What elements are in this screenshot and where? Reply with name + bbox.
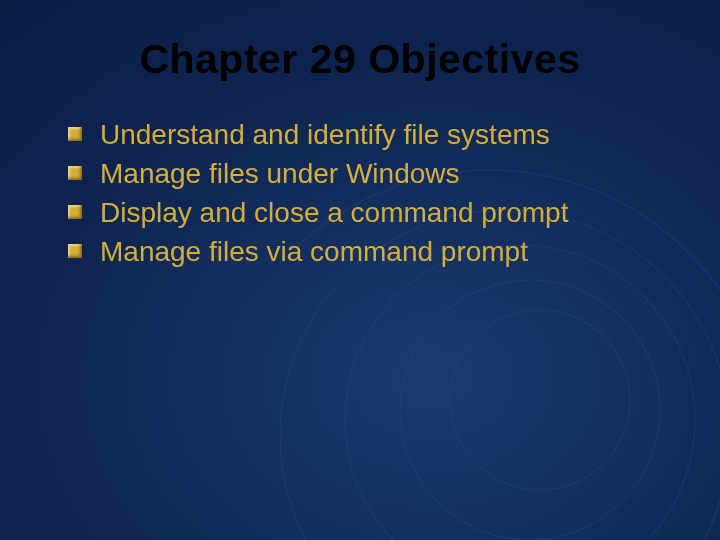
square-bullet-icon — [68, 244, 82, 258]
square-bullet-icon — [68, 166, 82, 180]
bullet-text: Manage files via command prompt — [100, 234, 528, 269]
slide-title: Chapter 29 Objectives — [60, 36, 660, 83]
square-bullet-icon — [68, 127, 82, 141]
bullet-text: Display and close a command prompt — [100, 195, 568, 230]
list-item: Understand and identify file systems — [68, 117, 660, 152]
list-item: Manage files under Windows — [68, 156, 660, 191]
bullet-text: Manage files under Windows — [100, 156, 460, 191]
list-item: Manage files via command prompt — [68, 234, 660, 269]
bullet-text: Understand and identify file systems — [100, 117, 550, 152]
slide-content: Chapter 29 Objectives Understand and ide… — [0, 0, 720, 540]
list-item: Display and close a command prompt — [68, 195, 660, 230]
bullet-list: Understand and identify file systems Man… — [60, 117, 660, 269]
square-bullet-icon — [68, 205, 82, 219]
